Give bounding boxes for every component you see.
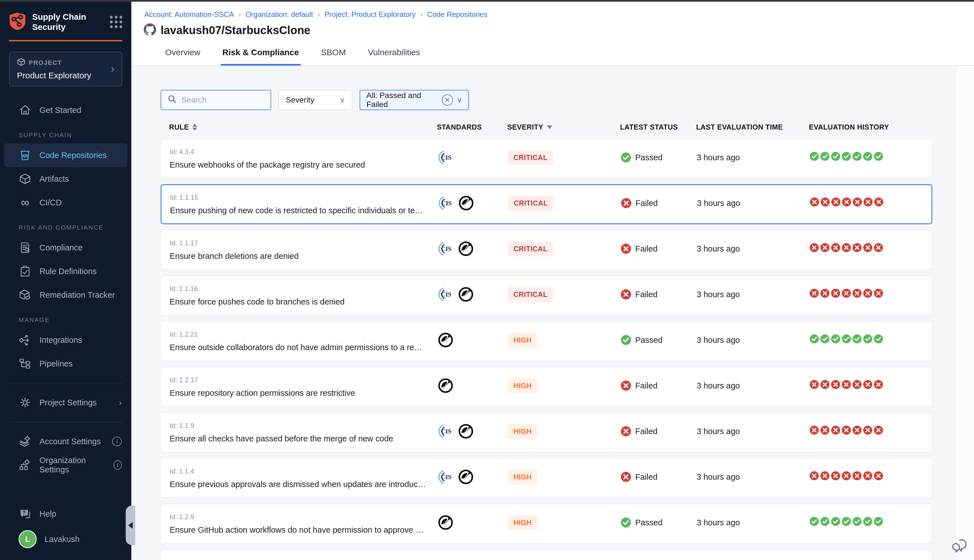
breadcrumb-project[interactable]: Project: Product Exploratory (324, 10, 416, 19)
sidebar-item-artifacts[interactable]: Artifacts (0, 167, 131, 191)
severity-dropdown[interactable]: Severity ∨ (279, 90, 352, 110)
tab-overview[interactable]: Overview (163, 48, 202, 66)
table-row[interactable]: Id: 1.1.5 CIS HIGH Failed 3 hours ago (161, 549, 932, 560)
history-failed-icon (852, 243, 862, 252)
history-failed-icon (842, 288, 851, 298)
feedback-chat-icon[interactable] (951, 536, 969, 554)
history-failed-icon (831, 288, 841, 298)
sort-desc-icon[interactable] (547, 125, 552, 129)
account-settings-icon (18, 435, 32, 448)
search-field[interactable] (161, 90, 271, 110)
evaluation-history (809, 517, 941, 526)
owasp-icon (458, 286, 474, 303)
severity-cell: HIGH (508, 516, 620, 531)
table-row[interactable]: Id: 1.1.16 Ensure force pushes code to b… (161, 275, 932, 315)
standards-cell: CIS (437, 423, 508, 440)
history-failed-icon (863, 380, 872, 389)
rules-table: Id: 4.3.4 Ensure webhooks of the package… (161, 138, 932, 560)
status-label: Failed (635, 244, 657, 253)
table-row[interactable]: Id: 1.2.9 Ensure GitHub action workflows… (161, 504, 932, 544)
failed-icon (620, 472, 631, 482)
sidebar-item-code-repositories[interactable]: Code Repositories (4, 143, 127, 167)
tab-risk-compliance[interactable]: Risk & Compliance (221, 48, 301, 66)
history-failed-icon (863, 288, 872, 298)
project-selector[interactable]: PROJECT Product Exploratory › (9, 52, 122, 87)
history-failed-icon (863, 425, 872, 435)
table-row[interactable]: Id: 1.1.4 Ensure previous approvals are … (161, 458, 932, 498)
svg-text:CIS: CIS (441, 200, 452, 207)
rule-cell: Id: 1.2.17 Ensure repository action perm… (170, 376, 437, 398)
sidebar-item-integrations[interactable]: Integrations (0, 328, 131, 352)
column-rule: RULE (169, 123, 437, 131)
sidebar-item-rule-definitions[interactable]: Rule Definitions (0, 260, 131, 283)
severity-badge: CRITICAL (508, 150, 553, 165)
app-switcher-icon[interactable] (110, 16, 122, 28)
table-row[interactable]: Id: 4.3.4 Ensure webhooks of the package… (161, 138, 932, 178)
severity-badge: CRITICAL (508, 196, 554, 211)
tab-sbom[interactable]: SBOM (319, 48, 347, 66)
breadcrumb-organization[interactable]: Organization: default (245, 10, 313, 19)
supply-chain-security-logo-icon (9, 12, 26, 32)
sidebar-item-get-started[interactable]: Get Started (0, 98, 131, 122)
failed-icon (621, 198, 632, 208)
evaluation-time: 3 hours ago (697, 472, 809, 482)
sidebar-item-compliance[interactable]: Compliance (0, 236, 131, 260)
search-icon (167, 94, 177, 106)
sort-icon[interactable] (192, 124, 197, 131)
sidebar-item-project-settings[interactable]: Project Settings › (0, 391, 131, 414)
breadcrumb-account[interactable]: Account: Automation-SSCA (144, 10, 234, 19)
evaluation-time: 3 hours ago (697, 198, 810, 208)
evaluation-time: 3 hours ago (697, 381, 809, 390)
rule-id: Id: 1.2.9 (170, 513, 437, 521)
table-row[interactable]: Id: 1.1.9 Ensure all checks have passed … (161, 412, 932, 452)
evaluation-time: 3 hours ago (697, 427, 809, 436)
sidebar-item-pipelines[interactable]: Pipelines (0, 352, 131, 375)
status-filter-dropdown[interactable]: All: Passed and Failed ✕ ∨ (360, 90, 469, 110)
status-label: Failed (635, 198, 658, 208)
tab-vulnerabilities[interactable]: Vulnerabilities (366, 48, 422, 66)
brand-accent-line (9, 40, 122, 42)
info-icon[interactable]: i (113, 460, 122, 470)
history-failed-icon (809, 471, 819, 480)
sidebar-collapse-handle[interactable] (126, 506, 135, 545)
severity-cell: CRITICAL (508, 151, 620, 166)
code-repo-icon (18, 149, 32, 162)
clear-filter-icon[interactable]: ✕ (442, 94, 453, 106)
sidebar-item-cicd[interactable]: ∞ CI/CD (0, 191, 131, 214)
history-failed-icon (874, 243, 883, 252)
chevron-right-icon: › (119, 398, 122, 407)
standards-cell (437, 514, 508, 531)
evaluation-history (809, 471, 941, 480)
history-failed-icon (842, 197, 851, 207)
rule-cell: Id: 1.1.9 Ensure all checks have passed … (170, 422, 437, 443)
sidebar-item-help[interactable]: ? Help (0, 502, 131, 526)
history-failed-icon (842, 380, 851, 389)
info-icon[interactable]: i (112, 437, 122, 446)
table-row[interactable]: Id: 1.2.17 Ensure repository action perm… (161, 367, 932, 407)
page-header: Account: Automation-SSCA› Organization: … (131, 2, 974, 66)
sidebar-item-organization-settings[interactable]: Organization Settings i (0, 453, 131, 477)
scrollbar-gutter[interactable] (957, 66, 974, 560)
risk-compliance-panel: Severity ∨ All: Passed and Failed ✕ ∨ RU… (131, 66, 974, 560)
owasp-icon (437, 514, 454, 531)
latest-status-cell: Failed (620, 289, 697, 300)
table-row[interactable]: Id: 1.1.17 Ensure branch deletions are d… (161, 230, 932, 270)
history-failed-icon (852, 425, 862, 435)
rule-text: Ensure pushing of new code is restricted… (170, 206, 438, 215)
sidebar-item-remediation-tracker[interactable]: Remediation Tracker (0, 283, 131, 307)
evaluation-history (810, 197, 942, 207)
user-menu[interactable]: L Lavakush (0, 526, 131, 553)
failed-icon (620, 289, 631, 300)
history-passed-icon (874, 152, 883, 161)
status-label: Failed (635, 472, 657, 482)
search-input[interactable] (182, 95, 258, 105)
breadcrumb-code-repositories[interactable]: Code Repositories (427, 10, 487, 19)
rule-text: Ensure repository action permissions are… (170, 388, 437, 398)
table-row[interactable]: Id: 1.1.15 Ensure pushing of new code is… (161, 184, 932, 224)
cis-icon: CIS (437, 469, 454, 485)
sidebar-item-account-settings[interactable]: Account Settings i (0, 430, 131, 453)
table-row[interactable]: Id: 1.2.21 Ensure outside collaborators … (161, 321, 932, 361)
evaluation-time: 3 hours ago (697, 244, 809, 253)
column-severity: SEVERITY (507, 123, 620, 131)
table-header: RULE STANDARDS SEVERITY LATEST STATUS LA… (161, 123, 932, 131)
